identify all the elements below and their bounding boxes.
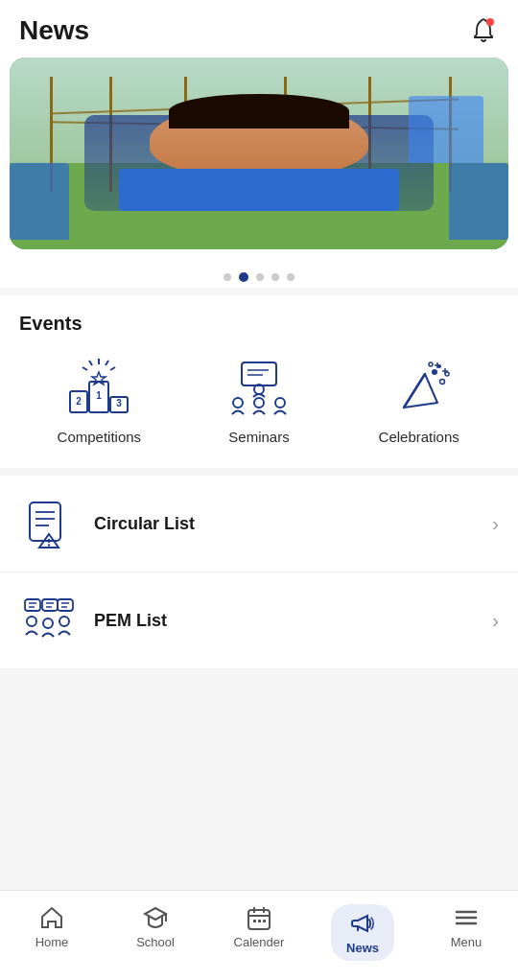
nav-item-home[interactable]: Home <box>0 900 104 949</box>
pem-list-item[interactable]: PEM List › <box>0 572 518 668</box>
svg-line-4 <box>89 361 92 365</box>
list-section: Circular List › <box>0 476 518 668</box>
celebrations-label: Celebrations <box>379 429 459 445</box>
svg-point-21 <box>439 379 444 384</box>
circular-list-icon <box>19 495 77 552</box>
event-item-seminars[interactable]: Seminars <box>179 352 340 445</box>
svg-line-3 <box>110 367 115 370</box>
event-item-competitions[interactable]: 2 1 3 Competitions <box>19 352 179 445</box>
svg-rect-53 <box>258 920 261 922</box>
menu-icon <box>453 904 480 931</box>
nav-item-calender[interactable]: Calender <box>207 900 311 949</box>
svg-point-35 <box>27 617 36 626</box>
school-nav-label: School <box>136 935 175 949</box>
page-title: News <box>19 15 89 46</box>
home-nav-label: Home <box>35 935 69 949</box>
svg-text:1: 1 <box>97 390 103 401</box>
carousel-dot-4[interactable] <box>271 273 279 281</box>
svg-point-0 <box>486 18 494 26</box>
competitions-label: Competitions <box>58 429 142 445</box>
carousel-dot-5[interactable] <box>287 273 294 281</box>
carousel-dots <box>0 263 518 288</box>
svg-line-2 <box>106 361 108 365</box>
nav-item-menu[interactable]: Menu <box>414 900 518 949</box>
svg-rect-52 <box>253 920 256 922</box>
svg-rect-41 <box>42 599 58 611</box>
circular-list-chevron-icon: › <box>492 513 499 535</box>
menu-nav-label: Menu <box>451 935 483 949</box>
header: News <box>0 0 518 58</box>
nav-item-news[interactable]: News <box>311 900 414 961</box>
events-section: Events 2 1 <box>0 295 518 468</box>
svg-point-34 <box>47 544 49 546</box>
news-nav-label: News <box>346 941 379 955</box>
circular-list-label: Circular List <box>94 514 475 534</box>
svg-point-17 <box>233 398 243 408</box>
pem-list-label: PEM List <box>94 611 475 631</box>
svg-rect-29 <box>30 502 60 541</box>
pem-list-chevron-icon: › <box>492 610 499 632</box>
bottom-nav: Home School Calender <box>0 890 518 980</box>
home-icon <box>38 904 65 931</box>
svg-text:2: 2 <box>77 396 82 407</box>
celebrations-icon <box>381 352 458 419</box>
svg-point-24 <box>429 362 433 366</box>
svg-point-37 <box>59 617 69 626</box>
calendar-icon <box>246 904 272 931</box>
svg-line-5 <box>82 367 87 370</box>
svg-rect-38 <box>25 599 40 611</box>
carousel-dot-2[interactable] <box>239 272 248 282</box>
svg-marker-12 <box>92 372 106 385</box>
svg-rect-54 <box>263 920 266 922</box>
news-icon <box>349 910 376 937</box>
events-grid: 2 1 3 Competitions <box>19 352 499 445</box>
svg-text:3: 3 <box>117 398 123 408</box>
carousel-dot-1[interactable] <box>224 273 231 281</box>
svg-rect-44 <box>58 599 73 611</box>
svg-rect-13 <box>242 362 276 385</box>
hero-banner-container <box>0 58 518 263</box>
pem-list-icon <box>19 592 77 649</box>
school-icon <box>142 904 169 931</box>
svg-point-18 <box>254 398 264 408</box>
nav-item-school[interactable]: School <box>104 900 207 949</box>
events-section-title: Events <box>19 313 499 335</box>
svg-point-20 <box>432 369 437 375</box>
seminars-icon <box>221 352 297 419</box>
circular-list-item[interactable]: Circular List › <box>0 476 518 572</box>
competitions-icon: 2 1 3 <box>60 352 137 419</box>
svg-point-19 <box>275 398 285 408</box>
svg-point-36 <box>43 618 53 628</box>
hero-banner-image[interactable] <box>10 58 508 249</box>
notification-bell-icon[interactable] <box>468 15 499 46</box>
event-item-celebrations[interactable]: Celebrations <box>339 352 499 445</box>
seminars-label: Seminars <box>228 429 289 445</box>
carousel-dot-3[interactable] <box>256 273 264 281</box>
calender-nav-label: Calender <box>234 935 285 949</box>
